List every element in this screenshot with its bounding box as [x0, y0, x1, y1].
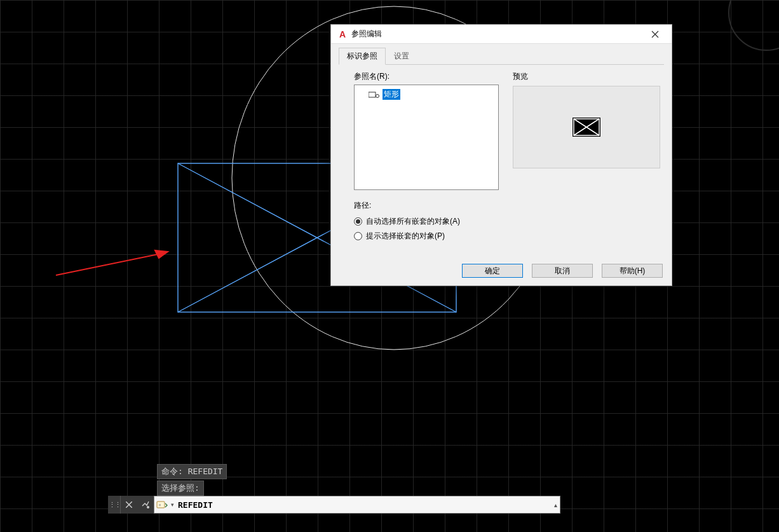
- radio-auto-select[interactable]: 自动选择所有嵌套的对象(A): [354, 216, 672, 227]
- svg-rect-16: [157, 501, 165, 508]
- command-autocomplete-dropdown-icon[interactable]: ▴: [554, 501, 557, 508]
- command-bar-drag-handle[interactable]: ⋮⋮: [108, 496, 121, 514]
- command-customize-icon[interactable]: [137, 496, 154, 514]
- tab-settings[interactable]: 设置: [386, 48, 417, 65]
- radio-prompt-label: 提示选择嵌套的对象(P): [366, 231, 445, 242]
- command-recent-dropdown-icon[interactable]: ▾: [170, 501, 175, 508]
- close-button[interactable]: [642, 25, 668, 43]
- tab-identify-reference[interactable]: 标识参照: [339, 48, 386, 65]
- help-button[interactable]: 帮助(H): [602, 264, 663, 278]
- close-icon: [651, 31, 659, 38]
- preview-thumbnail: [572, 118, 600, 137]
- autocad-logo-icon: A: [337, 29, 348, 39]
- svg-point-9: [376, 94, 379, 97]
- command-text: REFEDIT: [175, 500, 560, 510]
- dialog-titlebar[interactable]: A 参照编辑: [331, 25, 672, 44]
- dialog-title: 参照编辑: [351, 29, 642, 39]
- reference-tree[interactable]: 矩形: [354, 85, 499, 190]
- dialog-button-row: 确定 取消 帮助(H): [462, 264, 663, 278]
- command-bar: ⋮⋮ ▾ REFEDIT ▴: [108, 496, 560, 514]
- radio-auto-label: 自动选择所有嵌套的对象(A): [366, 216, 460, 227]
- refedit-dialog: A 参照编辑 标识参照 设置 参照名(R):: [330, 24, 672, 286]
- command-close-icon[interactable]: [121, 496, 137, 514]
- path-label: 路径:: [331, 194, 672, 216]
- radio-prompt-select[interactable]: 提示选择嵌套的对象(P): [354, 231, 672, 242]
- tree-item-label: 矩形: [383, 89, 400, 100]
- preview-label: 预览: [513, 71, 660, 82]
- ok-button[interactable]: 确定: [462, 264, 523, 278]
- reference-name-label: 参照名(R):: [354, 71, 499, 82]
- command-prompt-icon: [154, 496, 170, 513]
- radio-icon: [354, 232, 362, 240]
- command-history: 命令: REFEDIT 选择参照:: [157, 464, 560, 497]
- tree-item-rect[interactable]: 矩形: [358, 89, 494, 100]
- radio-icon: [354, 217, 362, 226]
- svg-point-15: [147, 506, 149, 508]
- command-input[interactable]: ▾ REFEDIT ▴: [154, 496, 560, 514]
- cancel-button[interactable]: 取消: [532, 264, 593, 278]
- history-line: 选择参照:: [157, 481, 204, 496]
- block-icon: [369, 90, 380, 99]
- history-line: 命令: REFEDIT: [157, 464, 227, 479]
- svg-rect-8: [369, 92, 376, 97]
- tab-strip: 标识参照 设置: [331, 44, 672, 65]
- preview-panel: [513, 86, 660, 168]
- nesting-radio-group: 自动选择所有嵌套的对象(A) 提示选择嵌套的对象(P): [331, 216, 672, 242]
